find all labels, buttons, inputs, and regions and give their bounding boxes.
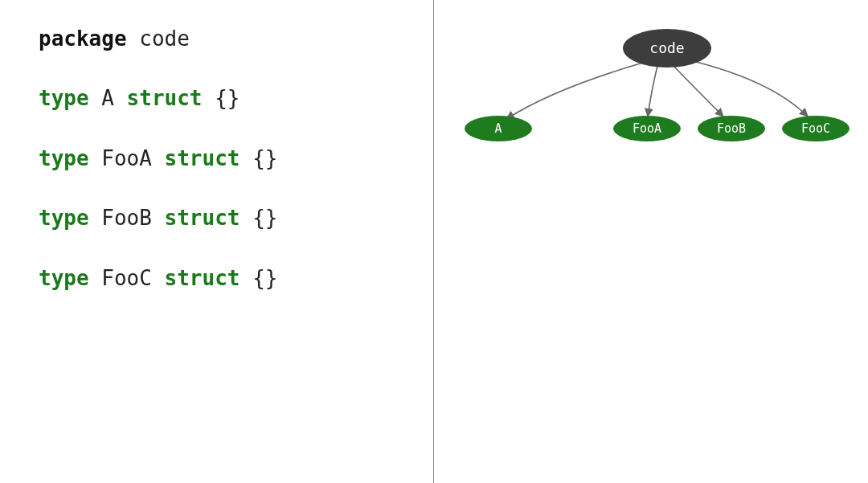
keyword-type: type	[39, 86, 89, 110]
type-decl: type FooB struct {}	[39, 203, 433, 232]
graph-node: FooB	[698, 116, 765, 141]
braces: {}	[252, 266, 277, 290]
edge	[674, 66, 723, 117]
graph-node: A	[465, 116, 532, 141]
keyword-package: package	[39, 27, 127, 51]
node-label: FooC	[801, 121, 830, 136]
edge	[690, 60, 808, 117]
node-label: FooB	[717, 121, 746, 136]
node-label: code	[649, 39, 684, 56]
node-label: A	[494, 121, 502, 136]
graph-node: FooA	[613, 116, 681, 141]
edge	[648, 66, 657, 117]
braces: {}	[252, 146, 277, 170]
type-decl: type A struct {}	[39, 84, 433, 113]
type-name: FooC	[101, 266, 152, 290]
node-label: FooA	[633, 121, 661, 136]
keyword-struct: struct	[127, 86, 203, 110]
code-panel: package code type A struct {} type FooA …	[0, 0, 434, 483]
keyword-struct: struct	[165, 206, 240, 230]
keyword-struct: struct	[165, 146, 240, 170]
type-name: A	[101, 86, 114, 110]
edge	[506, 63, 643, 119]
braces: {}	[252, 206, 277, 230]
keyword-type: type	[39, 206, 89, 230]
package-name: code	[139, 27, 190, 51]
graph-node-root: code	[623, 29, 711, 68]
graph-edges	[506, 60, 808, 119]
keyword-struct: struct	[165, 266, 240, 290]
type-decl: type FooC struct {}	[39, 264, 433, 293]
graph-panel: code A FooA FooB FooC	[434, 0, 868, 483]
type-decl: type FooA struct {}	[39, 144, 433, 173]
package-decl: package code	[39, 24, 433, 53]
keyword-type: type	[39, 146, 89, 170]
type-name: FooA	[101, 146, 152, 170]
keyword-type: type	[39, 266, 89, 290]
braces: {}	[215, 86, 240, 110]
graph-node: FooC	[782, 116, 850, 141]
type-name: FooB	[101, 206, 152, 230]
dependency-graph: code A FooA FooB FooC	[434, 16, 868, 225]
